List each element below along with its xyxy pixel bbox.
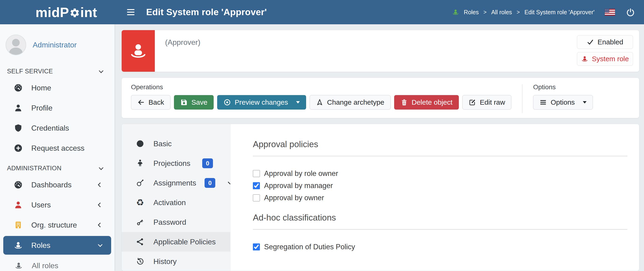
sidebar-item-label: Credentials (31, 124, 69, 132)
arrow-left-icon (137, 99, 145, 106)
chevron-down-icon (99, 165, 104, 170)
tab-label: Password (154, 218, 186, 227)
sidebar-item-users[interactable]: Users (0, 195, 114, 215)
archetype-badge-label: System role (592, 55, 629, 63)
checkbox-label: Approval by manager (264, 181, 333, 190)
logout-power-icon[interactable] (626, 8, 635, 16)
options-button[interactable]: Options (533, 95, 593, 110)
segregation-of-duties-checkbox[interactable] (253, 243, 260, 250)
sidebar-item-profile[interactable]: Profile (0, 98, 114, 118)
applicable-policies-content: Approval policies Approval by role owner… (230, 124, 639, 271)
user-name-link[interactable]: Administrator (33, 41, 77, 49)
chevron-left-icon (98, 202, 102, 207)
breadcrumb-item-roles[interactable]: Roles (464, 9, 479, 16)
breadcrumb-item-all-roles[interactable]: All roles (491, 9, 512, 16)
recycle-icon: ♻ (135, 198, 145, 207)
save-icon (180, 99, 188, 106)
breadcrumb: Roles > All roles > Edit System role 'Ap… (452, 9, 594, 16)
edit-icon (469, 99, 476, 106)
summary-badges: Enabled System role (571, 30, 639, 72)
midpoint-logo[interactable]: midPint (0, 5, 114, 20)
sidebar-item-dashboards[interactable]: Dashboards (0, 175, 114, 195)
shield-icon (13, 124, 23, 132)
sidebar-item-label: Profile (31, 104, 52, 112)
save-label: Save (192, 98, 207, 106)
top-navbar: midPint Edit System role 'Approver' Role… (0, 0, 644, 24)
change-archetype-label: Change archetype (327, 98, 384, 106)
sidebar-item-all-roles[interactable]: All roles (0, 255, 114, 271)
details-tab-password[interactable]: Password (122, 212, 230, 232)
change-archetype-button[interactable]: Change archetype (310, 95, 391, 110)
dashboard-icon (13, 83, 23, 92)
sidebar-item-label: Users (31, 201, 51, 209)
details-tab-applicable-policies[interactable]: Applicable Policies (122, 232, 230, 252)
sidebar-item-label: All roles (32, 261, 58, 270)
chevron-left-icon[interactable] (228, 181, 230, 184)
locale-us-flag-icon[interactable] (605, 9, 615, 16)
circle-icon (135, 139, 145, 148)
role-icon (14, 262, 24, 269)
section-label: SELF SERVICE (7, 68, 53, 75)
details-tab-projections[interactable]: Projections 0 (122, 153, 230, 173)
approval-by-manager-checkbox[interactable] (253, 182, 260, 189)
approval-by-owner-checkbox[interactable] (253, 194, 260, 201)
breadcrumb-separator: > (483, 9, 486, 16)
tab-label: Projections (154, 159, 190, 168)
user-icon (13, 104, 23, 112)
count-badge: 0 (202, 158, 213, 168)
breadcrumb-item-current: Edit System role 'Approver' (524, 9, 594, 16)
navigation-arrow-icon (316, 99, 324, 106)
sidebar-item-home[interactable]: Home (0, 78, 114, 98)
chevron-left-icon (98, 182, 102, 187)
user-panel: Administrator (0, 24, 114, 61)
details-tab-history[interactable]: History (122, 252, 230, 271)
delete-object-label: Delete object (412, 98, 452, 106)
tab-label: Applicable Policies (154, 237, 216, 246)
header-right: Roles > All roles > Edit System role 'Ap… (452, 8, 644, 16)
checkbox-row-approval-by-owner: Approval by owner (253, 194, 628, 202)
sidebar-section-administration[interactable]: ADMINISTRATION (0, 158, 114, 175)
status-badge: Enabled (577, 35, 633, 49)
sidebar-item-roles[interactable]: Roles (3, 236, 111, 255)
plus-circle-icon (13, 144, 23, 153)
logo-text-left: midP (36, 5, 69, 20)
role-avatar-tile (122, 30, 155, 72)
operations-group: Operations Back Save Preview changes (131, 83, 511, 112)
checkbox-row-approval-by-manager: Approval by manager (253, 181, 628, 190)
sidebar-item-credentials[interactable]: Credentials (0, 118, 114, 138)
edit-raw-button[interactable]: Edit raw (462, 95, 511, 110)
section-label: ADMINISTRATION (7, 165, 62, 172)
approval-by-role-owner-checkbox[interactable] (253, 170, 260, 177)
preview-icon (224, 99, 231, 106)
checkbox-label: Approval by owner (264, 194, 324, 202)
key-icon (135, 218, 145, 226)
status-badge-label: Enabled (598, 38, 623, 46)
preview-changes-button[interactable]: Preview changes (217, 95, 306, 110)
person-icon (135, 159, 145, 167)
caret-down-icon[interactable] (296, 101, 300, 104)
back-button[interactable]: Back (131, 95, 170, 110)
details-tab-basic[interactable]: Basic (122, 134, 230, 153)
sidebar-section-self-service[interactable]: SELF SERVICE (0, 61, 114, 78)
operations-buttons: Back Save Preview changes Change archety… (131, 95, 511, 110)
assignment-icon (135, 179, 145, 187)
tab-label: Activation (154, 198, 186, 207)
share-icon (135, 237, 145, 246)
chevron-left-icon (98, 223, 102, 227)
delete-object-button[interactable]: Delete object (394, 95, 459, 110)
chevron-down-icon (99, 69, 104, 73)
role-icon (452, 9, 459, 16)
checkbox-label: Approval by role owner (264, 169, 338, 178)
details-tab-assignments[interactable]: Assignments 0 (122, 173, 230, 193)
history-icon (135, 257, 145, 266)
sidebar-item-org-structure[interactable]: Org. structure (0, 215, 114, 235)
sidebar-item-request-access[interactable]: Request access (0, 138, 114, 158)
tab-label: History (154, 257, 177, 266)
sidebar-toggle-button[interactable] (127, 9, 134, 15)
object-details-panel: Basic Projections 0 Assignments 0 ♻ Acti… (122, 124, 639, 271)
details-tab-activation[interactable]: ♻ Activation (122, 193, 230, 212)
save-button[interactable]: Save (174, 95, 214, 110)
avatar (5, 34, 26, 56)
page-title: Edit System role 'Approver' (146, 7, 267, 17)
sidebar: Administrator SELF SERVICE Home Profile … (0, 24, 114, 271)
